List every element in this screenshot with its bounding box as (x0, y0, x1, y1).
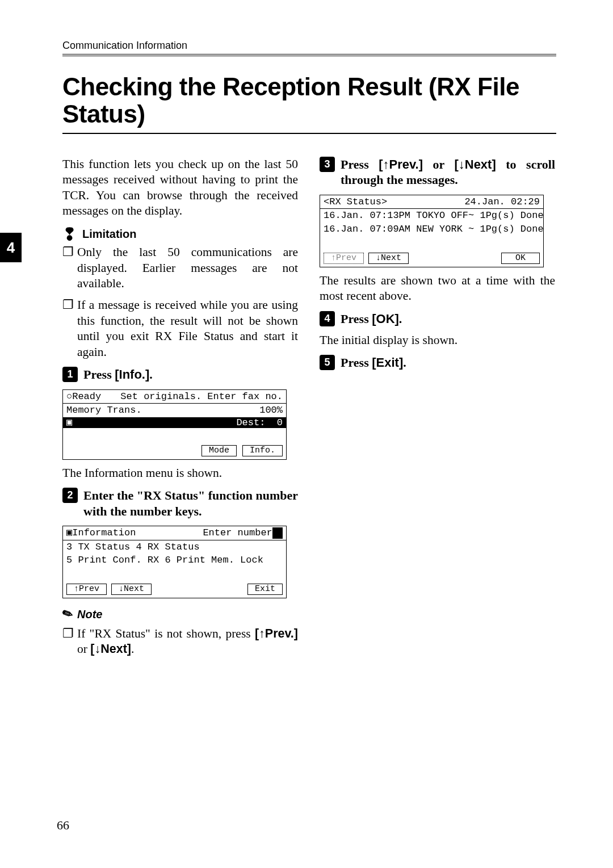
lcd3-caption: The results are shown two at a time with… (320, 273, 555, 304)
limitation-heading: ❢ Limitation (62, 227, 298, 242)
lcd1-prompt: Set originals. Enter fax no. (120, 391, 283, 402)
lcd-prev-button[interactable]: ↑Prev (66, 584, 107, 595)
lcd2-title: Information (72, 527, 136, 538)
limitation-item: ❐ Only the last 50 communications are di… (62, 245, 298, 292)
t: Press (341, 312, 372, 326)
t: Press (83, 367, 115, 381)
lcd3-date: 24.Jan. 02:29 (464, 196, 540, 208)
t: . (131, 642, 134, 656)
info-icon: ▣ (66, 527, 72, 538)
step-5: 5 Press [Exit]. (320, 355, 555, 371)
step-number-icon: 5 (320, 355, 335, 370)
limitation-text: Only the last 50 communications are disp… (77, 245, 298, 292)
step-5-text: Press [Exit]. (341, 355, 406, 371)
s4-caption: The initial display is shown. (320, 333, 555, 349)
t: [OK] (372, 312, 399, 326)
t: [↓Next] (90, 642, 131, 656)
lcd3-title: <RX Status> (324, 196, 387, 208)
limitation-text: If a message is received while you are u… (77, 297, 298, 360)
limitation-icon: ❢ (62, 230, 77, 238)
cursor-icon (272, 527, 283, 539)
title-rule (62, 133, 556, 134)
lcd1-mode: Memory Trans. (66, 405, 142, 416)
header-rule (62, 56, 556, 56)
step-number-icon: 4 (320, 311, 335, 326)
lcd-screen-3: <RX Status> 24.Jan. 02:29 16.Jan. 07:13P… (320, 195, 544, 267)
right-column: 3 Press [↑Prev.] or [↓Next] to scroll th… (320, 157, 555, 663)
lcd-next-button[interactable]: ↓Next (111, 584, 152, 595)
note-label: Note (77, 607, 102, 622)
left-column: This function lets you check up on the l… (62, 157, 298, 663)
lcd1-caption: The Information menu is shown. (62, 466, 298, 481)
step-1-text: Press [Info.]. (83, 367, 153, 383)
lcd-next-button[interactable]: ↓Next (368, 253, 409, 264)
lcd2-row: 5 Print Conf. RX 6 Print Mem. Lock (63, 553, 286, 567)
t: If "RX Status" is not shown, press (77, 627, 255, 640)
note-text: If "RX Status" is not shown, press [↑Pre… (77, 626, 298, 657)
lcd3-row: 16.Jan. 07:09AM NEW YORK ~ 1Pg(s) Done (320, 223, 543, 236)
step-4: 4 Press [OK]. (320, 311, 555, 327)
step-2-text: Enter the "RX Status" function number wi… (83, 488, 298, 519)
note-heading: ✎ Note (62, 606, 298, 622)
t: [Info.] (115, 367, 149, 381)
t: [↓Next] (454, 157, 496, 171)
dest-val: 0 (277, 417, 283, 428)
bullet-icon: ❐ (62, 626, 72, 657)
step-2: 2 Enter the "RX Status" function number … (62, 488, 298, 519)
t: . (149, 367, 153, 381)
dest-label: Dest: (236, 417, 265, 428)
step-4-text: Press [OK]. (341, 311, 402, 327)
lcd3-row: 16.Jan. 07:13PM TOKYO OFF~ 1Pg(s) Done (320, 208, 543, 223)
lcd-ok-button[interactable]: OK (501, 253, 540, 264)
lcd-prev-button[interactable]: ↑Prev (324, 253, 364, 264)
section-header: Communication Information (62, 40, 556, 54)
lcd1-ready: Ready (72, 391, 101, 402)
step-3-text: Press [↑Prev.] or [↓Next] to scroll thro… (341, 157, 555, 188)
step-number-icon: 2 (62, 488, 78, 503)
t: [↑Prev.] (379, 157, 423, 171)
t: Press (341, 157, 379, 171)
bullet-icon: ❐ (62, 297, 72, 360)
lcd-screen-2: ▣Information Enter number 3 TX Status 4 … (62, 526, 287, 598)
doc-icon: ▣ (66, 417, 72, 429)
page-title: Checking the Reception Result (RX File S… (62, 73, 556, 128)
note-item: ❐ If "RX Status" is not shown, press [↑P… (62, 626, 298, 657)
t: [↑Prev.] (255, 627, 298, 640)
t: [Exit] (372, 355, 403, 370)
step-number-icon: 1 (62, 367, 78, 382)
pencil-icon: ✎ (60, 605, 75, 624)
page-number: 66 (57, 818, 69, 833)
lcd-screen-1: ○Ready Set originals. Enter fax no. Memo… (62, 389, 287, 460)
step-1: 1 Press [Info.]. (62, 367, 298, 383)
limitation-item: ❐ If a message is received while you are… (62, 297, 298, 360)
t: . (399, 312, 402, 326)
ready-icon: ○ (66, 391, 72, 402)
bullet-icon: ❐ (62, 245, 72, 292)
t: or (77, 642, 90, 656)
t: Press (341, 355, 372, 370)
intro-text: This function lets you check up on the l… (62, 157, 298, 219)
lcd-info-button[interactable]: Info. (242, 445, 283, 456)
t: or (423, 157, 454, 171)
lcd2-row: 3 TX Status 4 RX Status (63, 540, 286, 554)
chapter-tab: 4 (0, 233, 22, 262)
lcd2-prompt: Enter number (203, 527, 272, 538)
lcd1-mem: 100% (259, 405, 283, 416)
lcd-exit-button[interactable]: Exit (247, 584, 283, 595)
step-number-icon: 3 (320, 157, 335, 172)
step-3: 3 Press [↑Prev.] or [↓Next] to scroll th… (320, 157, 555, 188)
t: . (403, 355, 406, 370)
limitation-label: Limitation (82, 227, 137, 242)
t: Enter the "RX Status" function number wi… (83, 488, 298, 518)
lcd-mode-button[interactable]: Mode (201, 445, 237, 456)
